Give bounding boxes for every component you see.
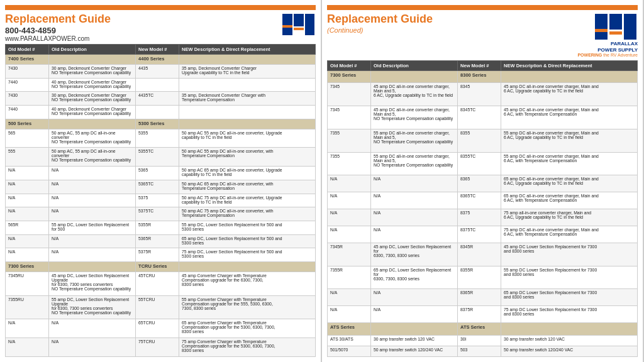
pps-logo-left (281, 13, 316, 36)
col-header-old-desc: Old Description (49, 45, 136, 55)
table-cell: 75TCRU (136, 338, 179, 357)
table-cell: N/A (328, 289, 371, 306)
series-label-old: 500 Series (6, 119, 49, 129)
table-cell: 8345 (458, 83, 501, 106)
table-cell: 45TCRU (136, 272, 179, 296)
table-cell: 40 amp, Deckmount Converter Charger NO T… (49, 106, 136, 119)
series-empty-1 (371, 70, 458, 83)
table-cell: N/A (328, 209, 371, 226)
table-cell: 5375 (136, 194, 179, 207)
table-cell: 75 amp Converter Charger with Temperatur… (179, 338, 316, 357)
svg-rect-3 (305, 14, 314, 35)
series-empty-1 (49, 55, 136, 65)
table-cell: 8375 (458, 209, 501, 226)
series-label-new: TCRU Series (136, 262, 179, 272)
right-header: Replacement Guide (Continued) PARALLAX P… (327, 13, 638, 58)
table-cell: 65 amp DC Lower Section Replacement for … (501, 289, 638, 306)
table-row: N/AN/A5375TC50 amp AC 75 amp DC all-in-o… (6, 207, 316, 221)
table-cell: 7345 (328, 83, 371, 106)
table-cell (136, 78, 179, 92)
series-label-old: 7300 Series (328, 70, 371, 83)
orange-bar-right (327, 5, 638, 10)
table-row: 56550 amp AC, 55 amp DC all-in-one conve… (6, 129, 316, 148)
table-cell: 8365TC (458, 192, 501, 209)
table-cell (179, 78, 316, 92)
table-cell: 30 amp, Deckmount Converter Charger NO T… (49, 64, 136, 78)
table-row: N/AN/A837575 amp all-in-one converter ch… (328, 209, 638, 226)
table-cell: 45 amp DC, Lower Section Replacement for… (371, 243, 458, 266)
table-cell: 65 amp Converter Charger with Temperatur… (179, 319, 316, 338)
right-title-section: Replacement Guide (Continued) (327, 13, 577, 34)
table-cell: N/A (6, 167, 49, 180)
orange-bar-left (5, 5, 316, 10)
right-table-body: 7300 Series8300 Series734545 amp DC all-… (328, 70, 638, 356)
table-cell: 8375R (458, 306, 501, 323)
table-cell: 35 amp, Deckmount Converter Charger Upgr… (179, 64, 316, 78)
table-cell: 8345R (458, 243, 501, 266)
table-cell: 55 amp DC, Lower Section Replacement for… (49, 221, 136, 235)
table-row: 7345R45 amp DC, Lower Section Replacemen… (328, 243, 638, 266)
table-cell: N/A (6, 194, 49, 207)
table-cell: 7345RU (6, 272, 49, 296)
svg-rect-9 (624, 14, 636, 40)
table-cell: 55TCRU (136, 295, 179, 319)
pps-logo-right: PARALLAX POWER SUPPLY POWERING the RV Ad… (577, 13, 638, 58)
col-header-old-model: Old Model # (6, 45, 49, 55)
series-empty-2 (501, 70, 638, 83)
table-cell: 55 amp DC all-in-one converter charger, … (501, 129, 638, 152)
pps-logo-svg-right (594, 13, 638, 41)
svg-rect-5 (294, 28, 304, 30)
table-row: 7400 Series4400 Series (6, 55, 316, 65)
table-cell: 50 amp AC 75 amp DC all-in-one converter… (179, 207, 316, 221)
website: www.PARALLAXPOWER.com (5, 35, 281, 42)
table-row: 734545 amp DC all-in-one converter charg… (328, 106, 638, 129)
table-cell: 7440 (6, 78, 49, 92)
col-header-new-desc: NEW Description & Direct Replacement (179, 45, 316, 55)
table-cell: N/A (49, 194, 136, 207)
table-cell: 45 amp Converter Charger with Temperatur… (179, 272, 316, 296)
series-label-new: ATS Series (458, 323, 501, 336)
table-cell: 75 amp DC Lower Section Replacement for … (501, 306, 638, 323)
table-cell: 45 amp DC all-in-one converter charger, … (371, 106, 458, 129)
table-cell: N/A (371, 226, 458, 243)
table-cell: N/A (371, 306, 458, 323)
right-col-header-old-desc: Old Description (371, 60, 458, 70)
svg-rect-8 (609, 14, 622, 30)
table-cell: 7355 (328, 152, 371, 175)
table-cell: 555 (6, 148, 49, 167)
table-row: 7300 Series8300 Series (328, 70, 638, 83)
col-header-new-model: New Model # (136, 45, 179, 55)
table-cell (179, 106, 316, 119)
series-empty-1 (49, 262, 136, 272)
table-cell: 75 amp DC all-in-one converter charger, … (501, 226, 638, 243)
table-row: N/AN/A5375R75 amp DC, Lower Section Repl… (6, 248, 316, 262)
table-cell: 8345TC (458, 106, 501, 129)
table-cell: 50 amp AC 65 amp DC all-in-one converter… (179, 167, 316, 180)
table-cell: 5355R (136, 221, 179, 235)
table-cell: 65 amp DC all-in-one converter charger, … (501, 192, 638, 209)
right-table-header-row: Old Model # Old Description New Model # … (328, 60, 638, 70)
table-cell: 8365R (458, 289, 501, 306)
table-cell: 65 amp DC, Lower Section Replacement for… (179, 234, 316, 248)
table-cell: 55 amp DC all-in-one converter charger, … (501, 152, 638, 175)
series-empty-1 (371, 323, 458, 336)
table-cell: 7440 (6, 106, 49, 119)
table-cell: 55 amp Converter Charger with Temperatur… (179, 295, 316, 319)
table-cell: 45 amp DC all-in-one converter charger, … (371, 83, 458, 106)
table-row: 7355R65 amp DC, Lower Section Replacemen… (328, 266, 638, 289)
table-row: N/AN/A836565 amp DC all-in-one converter… (328, 175, 638, 192)
table-cell: 8355R (458, 266, 501, 289)
table-cell: N/A (328, 192, 371, 209)
table-cell: 75 amp DC, Lower Section Replacement for… (179, 248, 316, 262)
svg-rect-4 (282, 25, 292, 28)
table-cell: N/A (371, 175, 458, 192)
table-cell: 7345 (328, 106, 371, 129)
table-cell: N/A (6, 338, 49, 357)
series-empty-2 (179, 262, 316, 272)
table-row: N/AN/A65TCRU65 amp Converter Charger wit… (6, 319, 316, 338)
table-cell: 65TCRU (136, 319, 179, 338)
table-cell: 5365 (136, 167, 179, 180)
table-cell: 45 amp DC, Lower Section Replacement Upg… (49, 272, 136, 296)
table-row: 500 Series5300 Series (6, 119, 316, 129)
table-cell: 55 amp DC, Lower Section Replacement Upg… (49, 295, 136, 319)
